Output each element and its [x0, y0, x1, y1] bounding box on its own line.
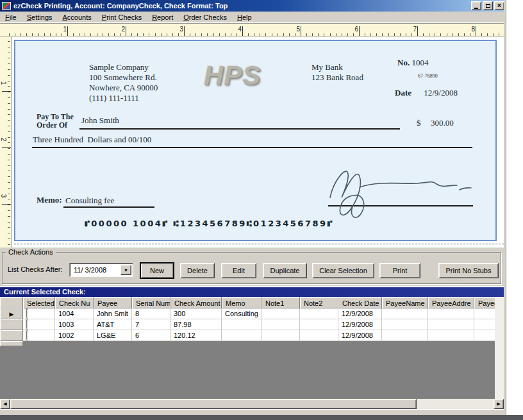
delete-button[interactable]: Delete [180, 263, 215, 278]
ruler-number: 3 [0, 194, 7, 198]
cell-payee-name [382, 308, 428, 319]
selected-cell [23, 330, 55, 341]
background-strip [0, 415, 523, 420]
date-filter-combobox[interactable]: 11/ 3/2008 ▼ [69, 263, 133, 277]
column-header[interactable]: Check Nu [55, 297, 94, 308]
company-logo: HPS [204, 60, 261, 91]
scrollbar-thumb[interactable] [10, 399, 417, 409]
column-header[interactable]: Check Amount [170, 297, 222, 308]
ruler-number: 3 [173, 26, 183, 33]
cell-payee-name [382, 319, 428, 330]
window-title: ezCheck Printing, Account: CompanyCheck,… [13, 2, 471, 10]
column-header[interactable]: Selected [23, 297, 55, 308]
table-row[interactable]: 1003 AT&T 7 87.98 12/9/2008 [0, 319, 495, 330]
cell-note1 [262, 308, 300, 319]
cell-payee-addre [428, 308, 474, 319]
ruler-minor-ticks [8, 41, 10, 246]
chevron-down-icon: ▼ [124, 268, 128, 273]
restore-button[interactable] [483, 1, 493, 10]
cell-check-nu: 1004 [55, 308, 94, 319]
column-header[interactable]: Memo [222, 297, 262, 308]
cell-check-amount: 120.12 [170, 330, 222, 341]
table-row[interactable]: ▶ 1004 John Smit 8 300 Consulting 12/9/2… [0, 308, 495, 319]
ruler-number: 1 [0, 81, 7, 85]
scrollbar-track[interactable] [417, 399, 494, 409]
company-name: Sample Company [89, 62, 158, 72]
vertical-scrollbar-track[interactable] [495, 297, 504, 399]
new-button[interactable]: New [140, 262, 174, 279]
horizontal-scrollbar[interactable]: ◀ ▶ [0, 399, 504, 409]
clear-selection-button[interactable]: Clear Selection [312, 263, 374, 278]
column-header[interactable]: PayeeName [382, 297, 428, 308]
checks-table: Selected Check Nu Payee Serial Num Check… [0, 297, 495, 346]
restore-icon [486, 4, 490, 8]
cell-serial-num: 8 [132, 308, 170, 319]
menu-order-checks[interactable]: Order Checks [178, 12, 232, 22]
cell-note2 [300, 330, 338, 341]
payee-name: John Smith [81, 115, 119, 126]
row-checkbox[interactable] [26, 320, 28, 329]
row-checkbox[interactable] [26, 309, 28, 318]
vertical-ruler: 1 2 3 [0, 37, 12, 248]
menu-settings[interactable]: Settings [22, 12, 58, 22]
table-row[interactable]: 1002 LG&E 6 120.12 12/9/2008 [0, 330, 495, 341]
check-preview[interactable]: Sample Company 100 Somewhere Rd. Nowhere… [14, 40, 497, 241]
menu-print-checks[interactable]: Print Checks [97, 12, 147, 22]
cell-serial-num: 6 [132, 330, 170, 341]
column-header[interactable]: PayeeAc [474, 297, 495, 308]
cell-payee-name [382, 330, 428, 341]
cell-payee-ac [474, 330, 495, 341]
check-number-value: 1004 [411, 58, 428, 67]
duplicate-button[interactable]: Duplicate [263, 263, 307, 278]
column-header[interactable]: PayeeAddre [428, 297, 474, 308]
combo-dropdown-button[interactable]: ▼ [120, 265, 131, 275]
check-actions-panel: Check Actions List Checks After: 11/ 3/2… [0, 248, 504, 286]
current-selected-check-header: Current Selected Check: [0, 287, 504, 297]
date-label: Date [395, 88, 411, 97]
ruler-minor-ticks [9, 33, 502, 36]
arrow-left-icon: ◀ [3, 401, 6, 407]
cell-memo [222, 319, 262, 330]
menu-report[interactable]: Report [147, 12, 178, 22]
cell-check-date: 12/9/2008 [338, 330, 382, 341]
edit-button[interactable]: Edit [221, 263, 256, 278]
row-selector-header[interactable] [0, 297, 23, 308]
column-header[interactable]: Payee [94, 297, 132, 308]
scroll-left-button[interactable]: ◀ [0, 399, 10, 409]
close-icon: × [497, 2, 501, 9]
column-header[interactable]: Check Date [338, 297, 382, 308]
minimize-button[interactable] [471, 1, 481, 10]
payee-underline [79, 115, 400, 130]
row-checkbox[interactable] [26, 331, 28, 340]
pay-to-label: Pay To The Order Of [37, 113, 74, 130]
ruler-number: 2 [115, 26, 125, 33]
page-boundary-dashed-line [14, 244, 504, 244]
menu-file[interactable]: File [0, 12, 22, 22]
currency-symbol: $ [417, 118, 421, 128]
print-no-stubs-button[interactable]: Print No Stubs [438, 263, 499, 278]
cell-check-date: 12/9/2008 [338, 308, 382, 319]
bank-address: 123 Bank Road [311, 72, 363, 83]
selected-cell [23, 319, 55, 330]
cell-check-nu: 1002 [55, 330, 94, 341]
cell-note1 [262, 319, 300, 330]
ruler-number: 6 [348, 26, 358, 33]
cell-memo [222, 330, 262, 341]
company-block: Sample Company 100 Somewhere Rd. Nowhere… [89, 62, 158, 103]
cell-check-nu: 1003 [55, 319, 94, 330]
cell-payee-ac [474, 319, 495, 330]
date-line: Date 12/9/2008 [395, 88, 458, 98]
column-header[interactable]: Serial Num [132, 297, 170, 308]
scroll-right-button[interactable]: ▶ [494, 399, 504, 409]
column-header[interactable]: Note2 [300, 297, 338, 308]
ruler-number: 7 [406, 26, 417, 33]
menu-help[interactable]: Help [232, 12, 257, 22]
print-button[interactable]: Print [379, 263, 420, 278]
close-button[interactable]: × [494, 1, 504, 10]
grid-empty-area [0, 346, 495, 399]
cell-payee: John Smit [94, 308, 132, 319]
cell-note2 [300, 319, 338, 330]
menu-accounts[interactable]: Accounts [58, 12, 97, 22]
column-header[interactable]: Note1 [262, 297, 300, 308]
check-number-label: No. [397, 58, 410, 67]
